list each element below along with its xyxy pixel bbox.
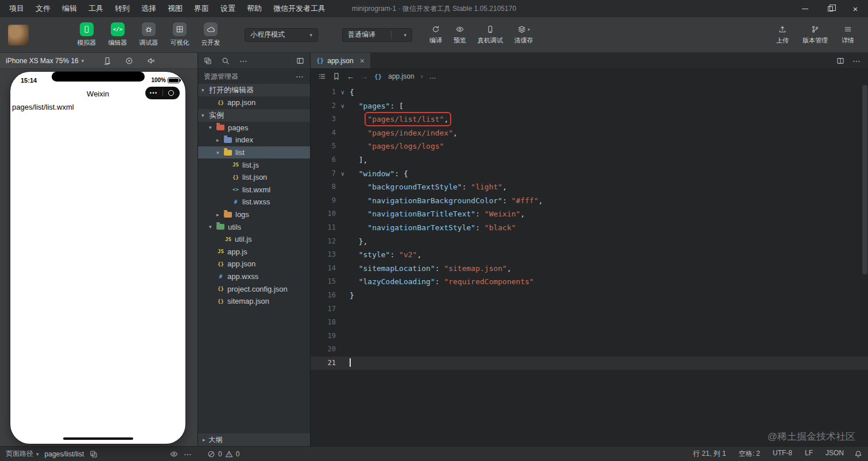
code-line[interactable]: 12 }, xyxy=(311,235,868,249)
tree-file-list.wxml[interactable]: <>list.wxml xyxy=(198,184,310,196)
mode-select[interactable]: 小程序模式 ▾ xyxy=(245,28,318,42)
eol-indicator[interactable]: LF xyxy=(805,449,813,459)
preview-visibility-icon[interactable] xyxy=(170,450,178,458)
remote-debug-button[interactable]: 真机调试 xyxy=(478,25,503,45)
menubar-item[interactable]: 界面 xyxy=(188,0,215,17)
code-line[interactable]: 4 "pages/index/index", xyxy=(311,126,868,140)
simulator-more-icon[interactable]: ⋯ xyxy=(184,450,192,459)
details-button[interactable]: 详情 xyxy=(842,25,854,45)
menubar-item[interactable]: 工具 xyxy=(83,0,109,17)
menubar-item[interactable]: 项目 xyxy=(3,0,30,17)
menubar-item[interactable]: 微信开发者工具 xyxy=(268,0,331,17)
open-editors-icon[interactable] xyxy=(204,57,212,65)
compile-button[interactable]: 编译 xyxy=(429,25,442,45)
code-editor[interactable]: 1∨{2∨ "pages": [3 "pages/list/list",4 "p… xyxy=(311,84,868,446)
fold-icon[interactable]: ∨ xyxy=(336,86,350,99)
editor-more-icon[interactable]: ⋯ xyxy=(852,56,861,65)
tree-file-sitemap.json[interactable]: {}sitemap.json xyxy=(198,295,310,308)
code-line[interactable]: 14 "sitemapLocation": "sitemap.json", xyxy=(311,262,868,276)
menubar-item[interactable]: 帮助 xyxy=(241,0,268,17)
breadcrumb-file[interactable]: app.json xyxy=(388,72,414,80)
code-line[interactable]: 8 "backgroundTextStyle": "light", xyxy=(311,180,868,194)
explorer-actions-icon[interactable]: ⋯ xyxy=(239,56,248,65)
language-indicator[interactable]: JSON xyxy=(826,449,844,459)
device-selector[interactable]: iPhone XS Max 75% 16 ▾ xyxy=(6,57,84,65)
rotate-device-icon[interactable] xyxy=(103,57,111,65)
search-icon[interactable] xyxy=(222,57,230,65)
code-line[interactable]: 7∨ "window": { xyxy=(311,167,868,181)
tree-folder-index[interactable]: ▸index xyxy=(198,134,310,146)
code-line[interactable]: 9 "navigationBarBackgroundColor": "#fff"… xyxy=(311,194,868,208)
tree-file-util.js[interactable]: JSutil.js xyxy=(198,233,310,246)
tree-section[interactable]: ▾打开的编辑器 xyxy=(198,84,310,96)
tree-file-app.wxss[interactable]: #app.wxss xyxy=(198,270,310,283)
code-line[interactable]: 3 "pages/list/list", xyxy=(311,113,868,126)
tree-folder-list[interactable]: ▾list xyxy=(198,146,310,159)
tree-file-list.js[interactable]: JSlist.js xyxy=(198,158,310,171)
problems-indicator[interactable]: 0 0 xyxy=(198,450,307,458)
capsule-menu[interactable]: ••• xyxy=(145,87,180,99)
code-line[interactable]: 11 "navigationBarTextStyle": "black" xyxy=(311,221,868,235)
code-line[interactable]: 16} xyxy=(311,289,868,303)
code-line[interactable]: 15 "lazyCodeLoading": "requiredComponent… xyxy=(311,275,868,289)
scrollbar[interactable] xyxy=(862,85,867,274)
tree-file-app.json[interactable]: {}app.json xyxy=(198,258,310,270)
menubar-item[interactable]: 视图 xyxy=(162,0,188,17)
close-button[interactable]: × xyxy=(843,0,868,17)
tree-folder-utils[interactable]: ▾utils xyxy=(198,220,310,233)
code-line[interactable]: 6 ], xyxy=(311,153,868,167)
mute-icon[interactable] xyxy=(147,57,155,65)
indent-indicator[interactable]: 空格: 2 xyxy=(739,449,760,459)
fold-icon[interactable]: ∨ xyxy=(336,99,350,113)
back-icon[interactable]: ← xyxy=(347,72,354,81)
tree-file-app.js[interactable]: JSapp.js xyxy=(198,246,310,258)
screenshot-icon[interactable] xyxy=(125,57,133,65)
split-view-icon[interactable] xyxy=(296,57,304,65)
page-path-selector[interactable]: 页面路径 ▾ xyxy=(6,449,39,459)
notifications-icon[interactable] xyxy=(854,450,862,458)
visualizer-toggle-button[interactable]: 可视化 xyxy=(166,22,193,47)
code-line[interactable]: 2∨ "pages": [ xyxy=(311,99,868,113)
cursor-position-indicator[interactable]: 行 21, 列 1 xyxy=(693,449,726,459)
tree-section[interactable]: ▾实例 xyxy=(198,109,310,122)
menubar-item[interactable]: 文件 xyxy=(30,0,56,17)
copy-path-icon[interactable] xyxy=(90,450,98,458)
explorer-more-icon[interactable]: ⋯ xyxy=(296,72,304,81)
outline-section[interactable]: ▸ 大纲 xyxy=(198,433,310,446)
debugger-toggle-button[interactable]: 调试器 xyxy=(135,22,162,47)
split-editor-icon[interactable] xyxy=(836,57,844,65)
minimize-button[interactable] xyxy=(792,0,817,17)
tree-file-project.config.json[interactable]: {}project.config.json xyxy=(198,282,310,295)
fold-icon[interactable]: ∨ xyxy=(336,167,350,181)
menubar-item[interactable]: 选择 xyxy=(135,0,162,17)
code-line[interactable]: 19 xyxy=(311,330,868,343)
clear-cache-button[interactable]: ▾清缓存 xyxy=(514,25,533,45)
avatar[interactable] xyxy=(8,25,29,45)
bookmark-icon[interactable] xyxy=(332,72,340,80)
code-line[interactable]: 10 "navigationBarTitleText": "Weixin", xyxy=(311,207,868,221)
restore-button[interactable] xyxy=(817,0,843,17)
code-line[interactable]: 21 xyxy=(311,357,868,370)
code-line[interactable]: 13 "style": "v2", xyxy=(311,248,868,262)
tree-folder-logs[interactable]: ▸logs xyxy=(198,208,310,221)
code-line[interactable]: 1∨{ xyxy=(311,86,868,99)
code-line[interactable]: 18 xyxy=(311,316,868,330)
outline-list-icon[interactable] xyxy=(318,72,326,80)
version-control-button[interactable]: 版本管理 xyxy=(803,25,828,45)
simulator-toggle-button[interactable]: 模拟器 xyxy=(73,22,100,47)
upload-button[interactable]: 上传 xyxy=(776,25,789,45)
phone-simulator[interactable]: 15:14 100% Weixin ••• pages/list/list.wx… xyxy=(10,72,185,444)
menubar-item[interactable]: 设置 xyxy=(215,0,241,17)
breadcrumb-more[interactable]: … xyxy=(429,72,436,80)
code-line[interactable]: 20 xyxy=(311,343,868,357)
code-line[interactable]: 5 "pages/logs/logs" xyxy=(311,140,868,153)
menubar-item[interactable]: 编辑 xyxy=(56,0,83,17)
encoding-indicator[interactable]: UTF-8 xyxy=(773,449,792,459)
compile-select[interactable]: 普通编译 ▾ xyxy=(342,28,412,42)
tree-file-list.json[interactable]: {}list.json xyxy=(198,171,310,184)
editor-toggle-button[interactable]: </>编辑器 xyxy=(104,22,131,47)
tab-app-json[interactable]: {} app.json × xyxy=(311,53,370,68)
menubar-item[interactable]: 转到 xyxy=(109,0,135,17)
code-line[interactable]: 17 xyxy=(311,303,868,316)
cloud-dev-button[interactable]: 云开发 xyxy=(197,22,224,47)
